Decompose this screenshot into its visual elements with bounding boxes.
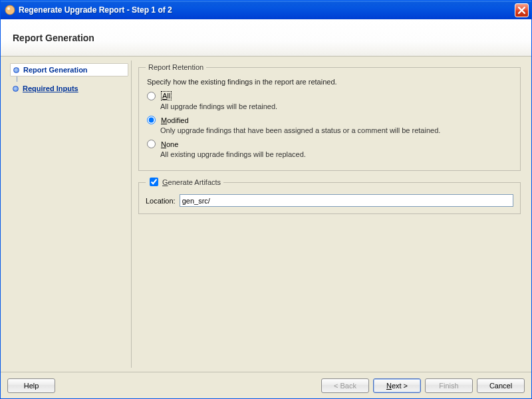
location-row: Location:	[146, 194, 513, 207]
step-connector-icon	[17, 76, 17, 82]
nav-step-required-inputs[interactable]: Required Inputs	[10, 82, 128, 95]
back-button[interactable]: < Back	[321, 378, 369, 393]
location-input[interactable]	[180, 194, 513, 207]
retention-modified-radio[interactable]	[147, 116, 156, 124]
retention-none-radio[interactable]	[147, 140, 156, 148]
retention-none-label[interactable]: None	[161, 140, 178, 148]
svg-point-1	[7, 7, 10, 10]
wizard-body: Report Generation Required Inputs Report…	[1, 57, 531, 372]
help-button[interactable]: Help	[7, 378, 55, 393]
retention-all-label[interactable]: All	[161, 91, 172, 100]
retention-modified-label[interactable]: Modified	[161, 116, 189, 124]
close-button[interactable]	[515, 3, 529, 17]
report-retention-legend: Report Retention	[146, 63, 206, 71]
retention-all-desc: All upgrade findings will be retained.	[160, 102, 513, 110]
content-pane: Report Retention Specify how the existin…	[131, 61, 526, 368]
wizard-footer: Help < Back Next > Finish Cancel	[1, 372, 531, 398]
retention-none-desc: All existing upgrade findings will be re…	[160, 150, 513, 158]
wizard-window: Regenerate Upgrade Report - Step 1 of 2 …	[0, 0, 532, 399]
generate-artifacts-checkbox[interactable]	[150, 178, 158, 186]
generate-artifacts-label[interactable]: Generate Artifacts	[162, 178, 221, 186]
generate-artifacts-group: Generate Artifacts Location:	[138, 178, 521, 214]
location-label: Location:	[146, 197, 176, 205]
close-icon	[518, 7, 525, 14]
nav-step-label: Report Generation	[23, 66, 88, 74]
next-button[interactable]: Next >	[373, 378, 421, 393]
nav-step-report-generation[interactable]: Report Generation	[10, 63, 128, 76]
window-title: Regenerate Upgrade Report - Step 1 of 2	[19, 5, 515, 15]
step-nav: Report Generation Required Inputs	[6, 61, 131, 368]
cancel-button[interactable]: Cancel	[477, 378, 525, 393]
retention-none-row: None	[146, 140, 513, 148]
step-bullet-icon	[13, 86, 19, 92]
svg-point-0	[5, 5, 15, 15]
retention-modified-row: Modified	[146, 116, 513, 124]
finish-button[interactable]: Finish	[425, 378, 473, 393]
retention-all-row: All	[146, 91, 513, 100]
titlebar: Regenerate Upgrade Report - Step 1 of 2	[1, 1, 531, 19]
retention-modified-desc: Only upgrade findings that have been ass…	[160, 126, 513, 134]
retention-all-radio[interactable]	[147, 92, 156, 100]
nav-step-label: Required Inputs	[23, 84, 78, 92]
report-retention-group: Report Retention Specify how the existin…	[138, 63, 521, 171]
retention-intro: Specify how the existing findings in the…	[147, 78, 512, 86]
app-icon	[5, 5, 15, 15]
page-title: Report Generation	[13, 33, 94, 43]
header-banner: Report Generation	[1, 19, 531, 57]
step-bullet-icon	[13, 67, 19, 73]
